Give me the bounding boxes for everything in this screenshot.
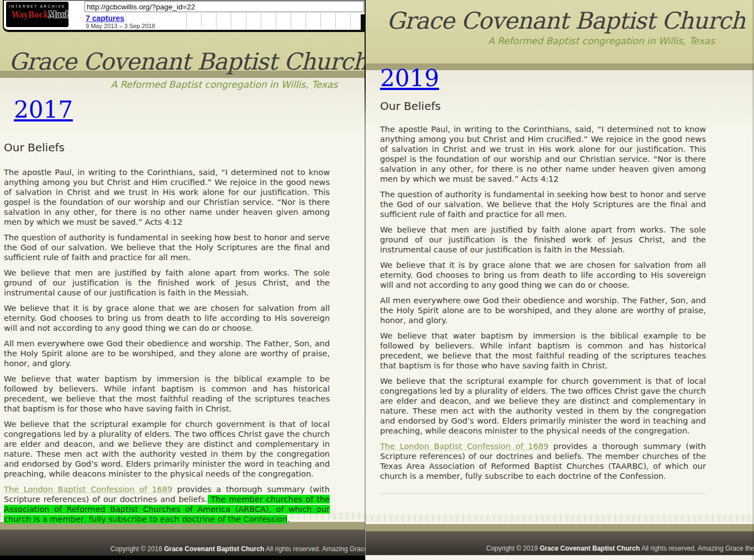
confession-link[interactable]: The London Baptist Confession of 1689	[4, 485, 172, 494]
footer-accent-band	[366, 524, 754, 531]
beliefs-paragraph-confession: The London Baptist Confession of 1689 pr…	[4, 484, 330, 524]
footer-site-name: Grace Covenant Baptist Church	[164, 545, 264, 553]
site-footer: Copyright © 2016 Grace Covenant Baptist …	[0, 530, 365, 556]
beliefs-paragraph: We believe that water baptism by immersi…	[4, 374, 330, 414]
confession-link[interactable]: The London Baptist Confession of 1689	[380, 442, 549, 451]
beliefs-heading: Our Beliefs	[4, 141, 330, 154]
left-window-2017: INTERNET ARCHIVE WayBackMachine 7 captur…	[0, 0, 365, 560]
copyright-text: Copyright © 2019 Grace Covenant Baptist …	[486, 545, 754, 552]
beliefs-paragraph: All men everywhere owe God their obedien…	[380, 295, 706, 325]
site-title: Grace Covenant Baptist Church	[387, 7, 745, 34]
copyright-text: Copyright © 2016 Grace Covenant Baptist …	[110, 545, 365, 553]
sentence-period: .	[287, 515, 290, 524]
site-footer: Copyright © 2019 Grace Covenant Baptist …	[366, 531, 754, 555]
wayback-toolbar: INTERNET ARCHIVE WayBackMachine 7 captur…	[3, 0, 365, 32]
wayback-wordmark: WayBackMachine	[12, 9, 63, 20]
site-title: Grace Covenant Baptist Church	[9, 48, 365, 75]
year-link-2017[interactable]: 2017	[14, 96, 73, 124]
beliefs-paragraph: The apostle Paul, in writing to the Cori…	[4, 167, 330, 227]
internet-archive-label: INTERNET ARCHIVE	[6, 4, 68, 8]
beliefs-paragraph: We believe that it is by grace alone tha…	[380, 260, 706, 290]
site-tagline: A Reformed Baptist congregation in Willi…	[366, 35, 715, 46]
url-input[interactable]	[85, 1, 364, 12]
site-tagline: A Reformed Baptist congregation in Willi…	[0, 79, 338, 90]
beliefs-content: 2019 Our Beliefs The apostle Paul, in wr…	[380, 65, 706, 494]
beliefs-heading: Our Beliefs	[380, 99, 706, 113]
beliefs-paragraph: We believe that men are justified by fai…	[380, 225, 706, 255]
beliefs-content: 2017 Our Beliefs The apostle Paul, in wr…	[4, 96, 330, 530]
beliefs-paragraph: We believe that it is by grace alone tha…	[4, 303, 330, 333]
footer-site-name: Grace Covenant Baptist Church	[540, 545, 640, 552]
wayback-machine-logo[interactable]: INTERNET ARCHIVE WayBackMachine	[6, 2, 68, 27]
beliefs-paragraph: We believe that the scriptural example f…	[380, 376, 706, 436]
section-divider	[380, 493, 706, 494]
beliefs-paragraph: All men everywhere owe God their obedien…	[4, 339, 330, 368]
beliefs-paragraph: We believe that men are justified by fai…	[4, 268, 330, 298]
captures-link[interactable]: 7 captures	[86, 14, 124, 23]
capture-date-range: 9 May 2013 – 3 Sep 2018	[86, 23, 155, 29]
window-separator	[365, 0, 366, 560]
comparison-stage: INTERNET ARCHIVE WayBackMachine 7 captur…	[0, 0, 754, 560]
captures-timeline[interactable]	[186, 13, 365, 29]
beliefs-paragraph: The question of authority is fundamental…	[380, 189, 706, 219]
right-window-2019: Grace Covenant Baptist Church A Reformed…	[366, 0, 754, 560]
beliefs-paragraph-confession: The London Baptist Confession of 1689 pr…	[380, 441, 706, 481]
beliefs-paragraph: We believe that the scriptural example f…	[4, 419, 330, 479]
year-link-2019[interactable]: 2019	[380, 65, 439, 92]
footer-dash-band	[366, 515, 754, 522]
bottom-black-strip	[0, 556, 365, 560]
beliefs-paragraph: We believe that water baptism by immersi…	[380, 331, 706, 371]
beliefs-paragraph: The apostle Paul, in writing to the Cori…	[380, 124, 706, 184]
beliefs-paragraph: The question of authority is fundamental…	[4, 233, 330, 262]
bottom-cream-strip	[366, 555, 754, 560]
